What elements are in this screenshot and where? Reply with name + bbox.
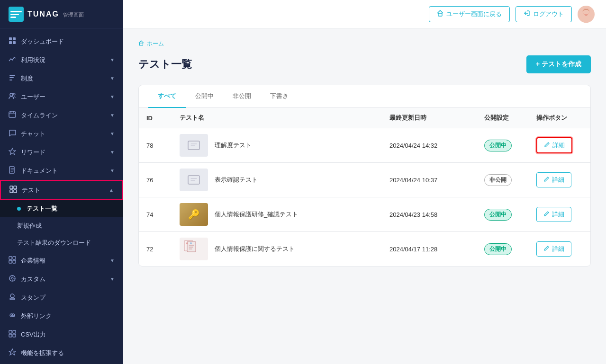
chevron-down-icon: ▼ (110, 113, 115, 118)
test-table: ID テスト名 最終更新日時 公開設定 操作ボタン 78 (139, 108, 590, 266)
sidebar-item-stamp[interactable]: スタンプ (0, 288, 123, 307)
svg-point-11 (13, 93, 15, 95)
svg-point-38 (580, 17, 592, 23)
tabs: すべて 公開中 非公開 下書き (139, 85, 590, 108)
sidebar-item-csv[interactable]: CSV出力 (0, 325, 123, 344)
cell-name: 個人情報保護に関するテスト (172, 232, 382, 266)
sidebar-item-label: チャット (21, 130, 105, 138)
cell-id: 74 (139, 197, 172, 232)
external-link-icon (9, 311, 16, 320)
user-screen-button[interactable]: ユーザー画面に戻る (429, 6, 510, 22)
svg-rect-1 (10, 14, 19, 15)
sidebar-item-external-link[interactable]: 外部リンク (0, 307, 123, 325)
create-test-label: + テストを作成 (536, 60, 581, 69)
users-icon (9, 92, 16, 101)
svg-rect-0 (10, 11, 22, 12)
sidebar-subitem-test-download[interactable]: テスト結果のダウンロード (0, 234, 123, 251)
svg-rect-2 (10, 17, 16, 18)
svg-point-45 (186, 242, 188, 244)
sidebar-item-usage[interactable]: 利用状況 ▼ (0, 51, 123, 69)
col-header-name: テスト名 (172, 108, 382, 128)
svg-point-10 (10, 93, 13, 96)
svg-rect-9 (9, 80, 12, 80)
test-thumbnail (180, 134, 208, 157)
tab-private[interactable]: 非公開 (223, 85, 261, 108)
table-row: 74 🔑 個人情報保護研修_確認テスト 2024/04/23 14:58 公開中 (139, 197, 590, 232)
cell-updated: 2024/04/24 14:32 (382, 128, 477, 163)
sidebar-subitem-label: テスト結果のダウンロード (17, 239, 91, 247)
cell-id: 72 (139, 232, 172, 266)
status-badge: 公開中 (484, 140, 512, 151)
svg-rect-30 (9, 330, 12, 333)
sidebar-item-test[interactable]: テスト ▲ (0, 180, 123, 200)
usage-icon (9, 55, 16, 64)
sidebar-item-label: スタンプ (21, 293, 115, 302)
svg-rect-19 (9, 257, 12, 259)
logout-icon (524, 10, 530, 18)
user-screen-label: ユーザー画面に戻る (446, 10, 502, 18)
test-name-label: 表示確認テスト (215, 176, 258, 184)
edit-icon (543, 176, 550, 184)
detail-button[interactable]: 詳細 (536, 137, 572, 153)
sidebar-navigation: ダッシュボード 利用状況 ▼ 制度 ▼ ユーザー ▼ (0, 28, 123, 364)
edit-icon (543, 211, 550, 218)
detail-button[interactable]: 詳細 (536, 241, 571, 257)
table-row: 76 表示確認テスト 2024/04/24 10:37 非公開 (139, 163, 590, 197)
svg-rect-26 (10, 298, 15, 300)
sidebar-item-company[interactable]: 企業情報 ▼ (0, 251, 123, 270)
timeline-icon (9, 111, 16, 120)
sidebar-item-extend[interactable]: 機能を拡張する (0, 344, 123, 362)
svg-rect-6 (13, 41, 16, 44)
test-name-label: 個人情報保護に関するテスト (215, 245, 295, 253)
detail-button[interactable]: 詳細 (536, 172, 571, 187)
sidebar-subitem-label: 新規作成 (17, 222, 42, 230)
sidebar-item-reward[interactable]: リワード ▼ (0, 143, 123, 161)
content-area: ホーム テスト一覧 + テストを作成 すべて 公開中 非公開 下書き ID (123, 28, 606, 364)
svg-point-24 (11, 277, 13, 279)
logo-icon (9, 7, 24, 22)
cell-updated: 2024/04/24 10:37 (382, 163, 477, 197)
sidebar-item-label: CSV出力 (21, 330, 115, 339)
avatar (578, 6, 595, 23)
edit-icon (543, 245, 550, 253)
chevron-down-icon: ▼ (110, 258, 115, 263)
tab-all[interactable]: すべて (148, 85, 186, 108)
logout-button[interactable]: ログアウト (516, 6, 572, 22)
cell-status: 公開中 (477, 232, 529, 266)
breadcrumb: ホーム (138, 40, 591, 48)
tab-public[interactable]: 公開中 (186, 85, 223, 108)
svg-rect-17 (10, 190, 13, 193)
sidebar-item-chat[interactable]: チャット ▼ (0, 124, 123, 143)
sidebar-subitem-test-list[interactable]: テスト一覧 (0, 200, 123, 217)
svg-rect-42 (188, 176, 199, 184)
create-test-button[interactable]: + テストを作成 (526, 55, 591, 73)
svg-rect-20 (13, 257, 16, 259)
svg-rect-31 (13, 330, 16, 333)
cell-action: 詳細 (529, 163, 590, 197)
sidebar-item-rules[interactable]: 制度 ▼ (0, 69, 123, 88)
sidebar-subitem-test-new[interactable]: 新規作成 (0, 217, 123, 234)
detail-label: 詳細 (552, 176, 564, 184)
svg-rect-22 (13, 260, 16, 263)
table-row: 78 理解度テスト 2024/04/24 14:32 公開中 (139, 128, 590, 163)
dashboard-icon (9, 37, 16, 46)
rules-icon (9, 74, 16, 83)
svg-marker-13 (9, 148, 16, 155)
company-icon (9, 256, 16, 265)
sidebar-item-help[interactable]: ヘルプセンター (0, 362, 123, 364)
sidebar-item-timeline[interactable]: タイムライン ▼ (0, 106, 123, 124)
col-header-id: ID (139, 108, 172, 128)
breadcrumb-home-label[interactable]: ホーム (147, 40, 164, 48)
status-badge: 非公開 (484, 174, 512, 186)
cell-status: 公開中 (477, 128, 529, 163)
extend-icon (9, 348, 16, 357)
sidebar-item-document[interactable]: ドキュメント ▼ (0, 161, 123, 180)
sidebar-item-dashboard[interactable]: ダッシュボード (0, 32, 123, 51)
table-row: 72 (139, 232, 590, 266)
sidebar: TUNAG 管理画面 ダッシュボード 利用状況 ▼ 制度 ▼ (0, 0, 123, 364)
tab-draft[interactable]: 下書き (261, 85, 298, 108)
detail-button[interactable]: 詳細 (536, 207, 571, 222)
sidebar-item-users[interactable]: ユーザー ▼ (0, 88, 123, 106)
sidebar-item-custom[interactable]: カスタム ▼ (0, 270, 123, 288)
cell-status: 公開中 (477, 197, 529, 232)
